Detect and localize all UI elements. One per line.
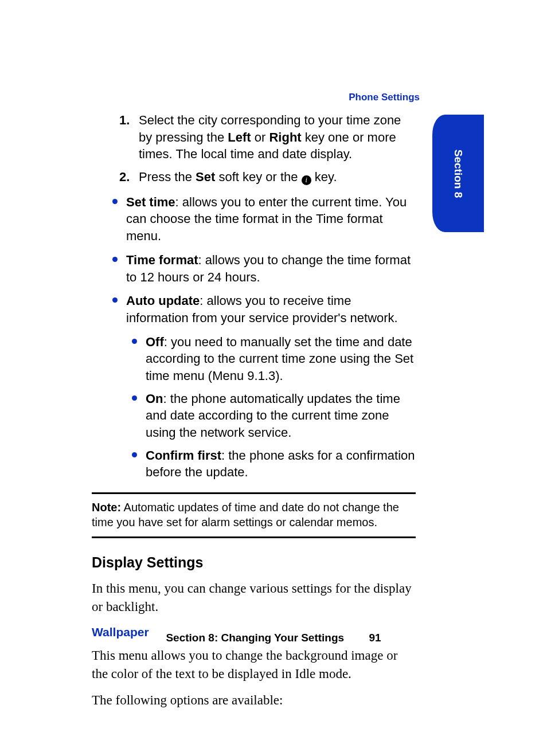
section-tab: Section 8	[432, 115, 484, 232]
numbered-steps: 1. Select the city corresponding to your…	[92, 112, 416, 186]
ok-key-icon: i	[302, 175, 311, 185]
step-1: 1. Select the city corresponding to your…	[119, 112, 416, 163]
step-marker: 1.	[119, 112, 130, 129]
sub-bullet-on: On: the phone automatically updates the …	[126, 390, 416, 441]
note-label: Note:	[92, 501, 121, 514]
wallpaper-p2: The following options are available:	[92, 691, 416, 710]
step-marker: 2.	[119, 169, 130, 186]
page-number: 91	[369, 632, 381, 644]
body-content: 1. Select the city corresponding to your…	[92, 112, 416, 718]
sub-bullet-confirm-first: Confirm first: the phone asks for a conf…	[126, 447, 416, 481]
note-block: Note: Automatic updates of time and date…	[92, 492, 416, 538]
heading-display-settings: Display Settings	[92, 553, 416, 573]
sub-bullet-off: Off: you need to manually set the time a…	[126, 334, 416, 385]
display-settings-intro: In this menu, you can change various set…	[92, 579, 416, 616]
primary-bullets: Set time: allows you to enter the curren…	[92, 194, 416, 481]
bullet-time-format: Time format: allows you to change the ti…	[92, 252, 416, 285]
footer-section-label: Section 8: Changing Your Settings	[166, 632, 344, 644]
bullet-set-time: Set time: allows you to enter the curren…	[92, 194, 416, 245]
step-text: Select the city corresponding to your ti…	[139, 113, 401, 161]
section-tab-label: Section 8	[452, 149, 464, 197]
sub-bullets: Off: you need to manually set the time a…	[126, 334, 416, 481]
page-footer: Section 8: Changing Your Settings 91	[0, 632, 547, 644]
note-text: Automatic updates of time and date do no…	[92, 501, 399, 528]
bullet-auto-update: Auto update: allows you to receive time …	[92, 292, 416, 481]
step-text: Press the Set soft key or the i key.	[139, 170, 337, 184]
running-header: Phone Settings	[349, 92, 420, 103]
wallpaper-p1: This menu allows you to change the backg…	[92, 647, 416, 683]
step-2: 2. Press the Set soft key or the i key.	[119, 169, 416, 186]
page: Phone Settings Section 8 1. Select the c…	[0, 0, 547, 756]
